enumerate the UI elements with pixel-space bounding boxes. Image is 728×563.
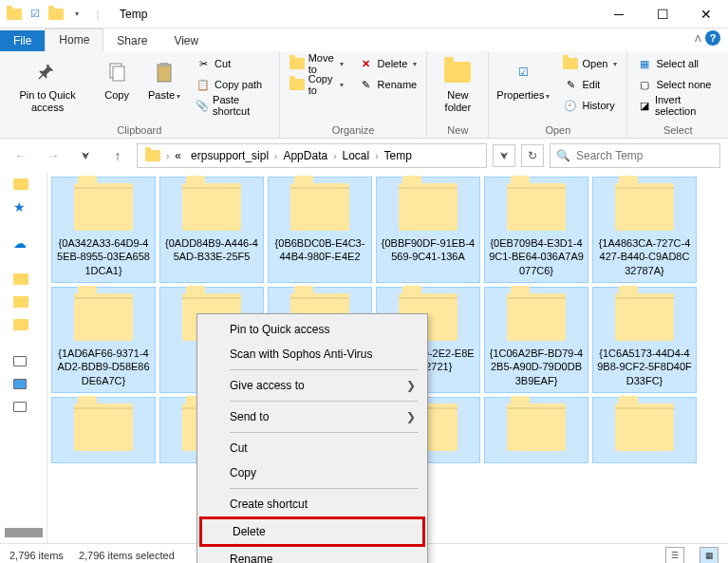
ctx-create-shortcut[interactable]: Create shortcut xyxy=(199,492,425,516)
move-to-button[interactable]: Move to▾ xyxy=(286,53,347,74)
copy-icon xyxy=(102,57,132,87)
nav-forward-button[interactable]: → xyxy=(40,142,66,169)
folder-item[interactable] xyxy=(51,397,156,463)
folder-item[interactable]: {0ADD84B9-A446-45AD-B33E-25F5 xyxy=(159,177,264,283)
view-large-icons-button[interactable]: ▦ xyxy=(700,547,719,564)
folder-icon xyxy=(615,293,674,341)
select-all-icon: ▦ xyxy=(637,56,652,71)
minimize-button[interactable]: ─ xyxy=(597,0,641,28)
select-all-button[interactable]: ▦Select all xyxy=(633,53,722,74)
ctx-send-to[interactable]: Send to❯ xyxy=(199,404,425,429)
copy-to-button[interactable]: Copy to▾ xyxy=(286,74,347,95)
folder-item[interactable]: {0EB709B4-E3D1-49C1-BE64-036A7A9077C6} xyxy=(484,177,588,283)
folder-item[interactable] xyxy=(484,397,588,463)
tab-view[interactable]: View xyxy=(160,30,212,51)
cut-icon: ✂ xyxy=(196,56,211,71)
folder-label: {1C06A2BF-BD79-42B5-A90D-79D0DB3B9EAF} xyxy=(489,347,584,386)
cut-button[interactable]: ✂Cut xyxy=(192,53,273,74)
copy-button[interactable]: Copy xyxy=(97,53,137,105)
qat-dropdown-icon[interactable]: ▾ xyxy=(68,6,85,23)
ctx-pin-quick-access[interactable]: Pin to Quick access xyxy=(199,317,425,342)
new-folder-button[interactable]: New folder xyxy=(433,53,482,118)
copy-path-button[interactable]: 📋Copy path xyxy=(192,74,273,95)
ribbon-group-clipboard: Pin to Quick access Copy Paste▾ ✂Cut 📋Co… xyxy=(0,51,280,138)
properties-button[interactable]: ☑ Properties▾ xyxy=(495,53,551,105)
ctx-scan-antivirus[interactable]: Scan with Sophos Anti-Virus xyxy=(199,342,425,366)
open-button[interactable]: Open▾ xyxy=(559,53,621,74)
app-folder-icon xyxy=(6,6,23,23)
search-input[interactable] xyxy=(576,149,719,162)
paste-button[interactable]: Paste▾ xyxy=(144,53,184,105)
select-none-button[interactable]: ▢Select none xyxy=(633,74,722,95)
nav-recent-button[interactable]: ⮟ xyxy=(72,142,99,169)
tree-folder-icon[interactable] xyxy=(13,273,28,285)
ribbon: Pin to Quick access Copy Paste▾ ✂Cut 📋Co… xyxy=(0,51,728,139)
tab-home[interactable]: Home xyxy=(45,28,103,51)
ctx-rename[interactable]: Rename xyxy=(199,547,425,563)
breadcrumb-item[interactable]: Local xyxy=(338,147,373,164)
rename-button[interactable]: ✎Rename xyxy=(355,74,421,95)
folder-item[interactable]: {0A342A33-64D9-45EB-8955-03EA6581DCA1} xyxy=(51,177,156,283)
edit-button[interactable]: ✎Edit xyxy=(559,74,621,95)
folder-item[interactable]: {1C6A5173-44D4-49B8-9CF2-5F8D40FD33FC} xyxy=(592,287,697,393)
search-box[interactable]: 🔍 xyxy=(550,143,720,168)
breadcrumb-overflow[interactable]: « xyxy=(171,147,185,164)
breadcrumb[interactable]: › « erpsupport_sipl › AppData › Local › … xyxy=(137,143,487,168)
ctx-give-access[interactable]: Give access to❯ xyxy=(199,373,425,398)
tree-folder-icon[interactable] xyxy=(13,296,28,308)
svg-rect-1 xyxy=(113,66,124,81)
ctx-cut[interactable]: Cut xyxy=(199,436,425,460)
qat-properties-icon[interactable]: ☑ xyxy=(27,6,44,23)
folder-icon xyxy=(507,293,566,341)
breadcrumb-item[interactable]: AppData xyxy=(279,147,331,164)
ctx-delete[interactable]: Delete xyxy=(199,516,425,547)
tree-onedrive-icon[interactable]: ☁ xyxy=(13,235,27,251)
folder-icon xyxy=(615,403,674,451)
folder-item[interactable]: {1A4863CA-727C-4427-B440-C9AD8C32787A} xyxy=(592,177,697,283)
close-button[interactable]: ✕ xyxy=(684,0,728,28)
folder-item[interactable]: {0B6BDC0B-E4C3-44B4-980F-E4E2 xyxy=(268,177,372,283)
refresh-button[interactable]: ↻ xyxy=(521,144,544,167)
delete-button[interactable]: ✕Delete▾ xyxy=(355,53,421,74)
title-bar: ☑ ▾ | Temp ─ ☐ ✕ xyxy=(0,0,728,28)
collapse-ribbon-icon[interactable]: ᐱ xyxy=(695,33,701,44)
ctx-copy[interactable]: Copy xyxy=(199,460,425,485)
folder-label: {1AD6AF66-9371-4AD2-BDB9-D58E86DE6A7C} xyxy=(56,347,151,386)
address-dropdown-button[interactable]: ⮟ xyxy=(493,144,515,167)
select-none-icon: ▢ xyxy=(637,77,652,92)
folder-item[interactable]: {1C06A2BF-BD79-42B5-A90D-79D0DB3B9EAF} xyxy=(484,287,588,393)
chevron-right-icon: ❯ xyxy=(406,379,416,392)
history-button[interactable]: 🕘History xyxy=(559,95,621,116)
folder-item[interactable]: {1AD6AF66-9371-4AD2-BDB9-D58E86DE6A7C} xyxy=(51,287,156,393)
folder-icon xyxy=(507,403,566,451)
tree-scrollbar[interactable] xyxy=(5,528,43,537)
tree-folder-icon[interactable] xyxy=(13,319,28,330)
tree-quickaccess-icon[interactable]: ★ xyxy=(13,199,26,215)
invert-selection-button[interactable]: ◪Invert selection xyxy=(633,95,722,116)
tree-folder-icon[interactable] xyxy=(13,178,28,190)
tree-drive-icon[interactable] xyxy=(13,379,27,389)
qat-folder-icon[interactable] xyxy=(47,6,65,23)
tree-thispc-icon[interactable] xyxy=(13,356,27,366)
paste-shortcut-button[interactable]: 📎Paste shortcut xyxy=(192,95,273,116)
folder-label: {1A4863CA-727C-4427-B440-C9AD8C32787A} xyxy=(597,236,692,276)
breadcrumb-item[interactable]: Temp xyxy=(381,147,416,164)
ctx-separator xyxy=(230,401,418,402)
folder-item[interactable] xyxy=(592,397,697,463)
nav-up-button[interactable]: ↑ xyxy=(104,142,131,169)
breadcrumb-item[interactable]: erpsupport_sipl xyxy=(187,147,272,164)
svg-rect-2 xyxy=(158,65,171,82)
nav-back-button[interactable]: ← xyxy=(8,142,34,169)
context-menu: Pin to Quick access Scan with Sophos Ant… xyxy=(196,313,428,563)
tab-share[interactable]: Share xyxy=(103,30,160,51)
navigation-pane[interactable]: ★ ☁ xyxy=(0,173,47,543)
view-details-button[interactable]: ☰ xyxy=(665,547,684,564)
pin-to-quick-access-button[interactable]: Pin to Quick access xyxy=(6,53,89,118)
ctx-separator xyxy=(230,369,418,370)
tab-file[interactable]: File xyxy=(0,30,45,51)
folder-item[interactable]: {0BBF90DF-91EB-4569-9C41-136A xyxy=(376,177,480,283)
maximize-button[interactable]: ☐ xyxy=(641,0,684,28)
folder-label: {0BBF90DF-91EB-4569-9C41-136A xyxy=(381,236,476,264)
help-icon[interactable]: ? xyxy=(705,30,720,46)
tree-drive-icon[interactable] xyxy=(13,402,27,412)
